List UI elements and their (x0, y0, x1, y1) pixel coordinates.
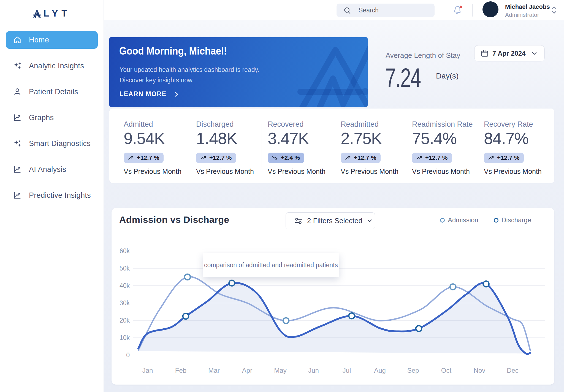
chart-icon (13, 165, 21, 174)
user-role: Administrator (505, 12, 539, 18)
stats-card: Admitted9.54K+12.7 %Vs Previous MonthDis… (109, 109, 554, 183)
x-axis-label: Oct (441, 367, 452, 374)
x-axis-label: Feb (175, 367, 186, 374)
y-axis-label: 50k (120, 265, 130, 272)
hero-message: Your updated health analytics dashboard … (120, 64, 259, 85)
search-input[interactable]: Search (337, 4, 435, 17)
topbar: Search Michael Jacobs Administrator (104, 0, 564, 20)
stat-delta: +12.7 % (137, 154, 159, 161)
date-value: 7 Apr 2024 (492, 50, 526, 57)
marker-discharge[interactable] (183, 313, 189, 319)
trend-up-icon (416, 156, 422, 160)
stat-value: 3.47K (268, 131, 309, 147)
trend-up-icon (128, 156, 134, 160)
marker-discharge[interactable] (483, 281, 489, 287)
stat-divider (399, 124, 399, 167)
user-icon (13, 88, 21, 96)
learn-more-button[interactable]: LEARN MORE (120, 90, 179, 98)
stat-label: Readmission Rate (412, 120, 473, 129)
stat-divider (262, 124, 262, 167)
chart-icon (13, 191, 21, 199)
sidebar-item-label: Home (29, 36, 49, 44)
app-logo: LYT (33, 9, 70, 18)
stat-divider (330, 124, 330, 167)
chart-tooltip-text: comparison of admitted and readmitted pa… (204, 261, 338, 269)
legend-label: Discharge (501, 216, 531, 224)
sidebar-item-predictive-insights[interactable]: Predictive Insights (6, 186, 98, 204)
sparkles-icon (13, 139, 21, 148)
stat-label: Admitted (124, 120, 153, 129)
stat-vs-label: Vs Previous Month (268, 167, 326, 175)
average-stay-label: Average Length of Stay (386, 51, 460, 60)
main-content: Good Morning, Michael! Your updated heal… (104, 20, 564, 392)
stat-admitted: Admitted9.54K+12.7 %Vs Previous Month (124, 109, 198, 183)
sidebar-item-graphs[interactable]: Graphs (6, 109, 98, 126)
avatar[interactable] (482, 1, 498, 17)
hero-message-line2: Discover key insights now. (120, 75, 259, 85)
notifications-bell-icon[interactable] (453, 5, 463, 16)
stat-delta-badge: +12.7 % (484, 153, 524, 163)
calendar-icon (481, 50, 489, 57)
stat-value: 2.75K (341, 131, 382, 147)
average-stay-unit: Day(s) (436, 72, 459, 80)
stat-label: Recovered (268, 120, 304, 129)
marker-discharge[interactable] (416, 326, 422, 331)
y-axis-label: 60k (120, 247, 130, 255)
stat-recovery-rate: Recovery Rate84.7%+12.7 %Vs Previous Mon… (484, 109, 558, 183)
chart-tooltip: comparison of admitted and readmitted pa… (203, 253, 339, 277)
learn-more-label: LEARN MORE (120, 90, 167, 98)
x-axis-label: Aug (374, 367, 386, 374)
stat-delta-badge: +12.7 % (196, 153, 236, 163)
marker-admission[interactable] (450, 284, 456, 290)
date-picker[interactable]: 7 Apr 2024 (474, 45, 545, 61)
stat-delta: +2.4 % (281, 154, 300, 161)
stat-readmission-rate: Readmission Rate75.4%+12.7 %Vs Previous … (412, 109, 486, 183)
x-axis-label: Mar (208, 367, 219, 374)
sparkles-icon (13, 62, 21, 70)
stat-delta-badge: +12.7 % (341, 153, 381, 163)
sidebar-item-analytic-insights[interactable]: Analytic Insights (6, 57, 98, 75)
x-axis-label: Jun (308, 367, 319, 374)
stat-value: 1.48K (196, 131, 237, 147)
chevron-right-icon (173, 91, 179, 97)
legend-item-discharge[interactable]: Discharge (494, 216, 531, 224)
legend-item-admission[interactable]: Admission (440, 216, 478, 224)
user-menu-chevrons-icon[interactable] (551, 4, 557, 16)
sidebar-item-home[interactable]: Home (6, 31, 98, 49)
marker-admission[interactable] (185, 274, 190, 280)
search-placeholder: Search (359, 7, 379, 14)
stat-label: Readmitted (341, 120, 379, 129)
stat-delta-badge: +2.4 % (268, 153, 304, 163)
marker-admission[interactable] (283, 318, 289, 324)
marker-discharge[interactable] (349, 313, 355, 319)
stat-delta: +12.7 % (497, 154, 519, 161)
trend-up-icon (345, 156, 351, 160)
chart-card: Admission vs Discharge 2 Filters Selecte… (112, 208, 554, 385)
stat-vs-label: Vs Previous Month (484, 167, 542, 175)
x-axis-label: May (274, 367, 286, 374)
topbar-divider (472, 4, 473, 17)
chart-legend: AdmissionDischarge (112, 208, 554, 227)
line-chart: 010k20k30k40k50k60kJanFebMarAprMayJunJul… (112, 208, 554, 385)
stat-vs-label: Vs Previous Month (341, 167, 398, 175)
chart-icon (13, 113, 21, 122)
trend-up-icon (488, 156, 494, 160)
user-name: Michael Jacobs (505, 3, 550, 10)
hero-greeting: Good Morning, Michael! (119, 45, 227, 57)
sidebar: LYT HomeAnalytic InsightsPatient Details… (0, 0, 104, 392)
stat-delta: +12.7 % (354, 154, 376, 161)
stat-label: Recovery Rate (484, 120, 533, 129)
x-axis-label: Jul (343, 367, 351, 374)
stat-value: 75.4% (412, 131, 457, 147)
stat-readmitted: Readmitted2.75K+12.7 %Vs Previous Month (341, 109, 415, 183)
sidebar-item-ai-analysis[interactable]: AI Analysis (6, 161, 98, 178)
sidebar-item-patient-details[interactable]: Patient Details (6, 83, 98, 101)
stat-value: 9.54K (124, 131, 165, 147)
stat-value: 84.7% (484, 131, 528, 147)
sidebar-item-smart-diagnostics[interactable]: Smart Diagnostics (6, 135, 98, 152)
sidebar-item-label: Analytic Insights (29, 62, 84, 70)
stat-delta-badge: +12.7 % (412, 153, 452, 163)
marker-discharge[interactable] (229, 280, 235, 286)
stat-discharged: Discharged1.48K+12.7 %Vs Previous Month (196, 109, 270, 183)
logo-text: LYT (44, 9, 70, 18)
